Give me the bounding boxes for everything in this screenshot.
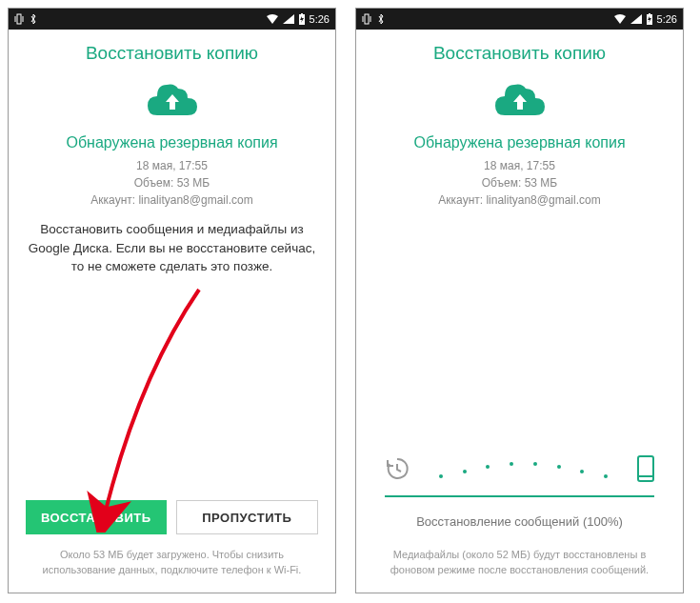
restore-description: Восстановить сообщения и медиафайлы из G… [9,209,335,276]
phone-right: 5:26 Восстановить копию Обнаружена резер… [355,8,684,593]
bluetooth-icon [377,13,385,25]
backup-date: 18 мая, 17:55 [9,157,335,174]
cloud-upload-icon [495,83,545,121]
vibrate-icon [14,13,24,25]
vibrate-icon [362,13,371,25]
history-icon [385,456,410,485]
status-time: 5:26 [310,13,330,25]
backup-size: Объем: 53 МБ [9,174,335,191]
restore-button[interactable]: ВОССТАНОВИТЬ [26,500,167,534]
backup-found-label: Обнаружена резервная копия [9,127,335,157]
backup-date: 18 мая, 17:55 [356,157,683,174]
wifi-icon [266,14,279,24]
backup-account: Аккаунт: linalityan8@gmail.com [356,191,683,209]
backup-size: Объем: 53 МБ [356,174,683,191]
wifi-icon [613,14,627,24]
status-bar: 5:26 [356,9,683,30]
phone-left: 5:26 Восстановить копию Обнаружена резер… [8,8,336,593]
progress-graphic [356,455,683,495]
progress-bar [356,495,683,514]
footer-note: Медиафайлы (около 52 МБ) будут восстанов… [356,548,683,593]
status-bar: 5:26 [9,9,335,30]
svg-rect-5 [365,14,369,24]
status-time: 5:26 [657,13,677,25]
page-title: Восстановить копию [356,30,683,73]
backup-found-label: Обнаружена резервная копия [356,127,683,157]
svg-rect-10 [638,456,653,481]
phone-icon [637,455,654,486]
backup-meta: 18 мая, 17:55 Объем: 53 МБ Аккаунт: lina… [9,157,335,209]
svg-rect-9 [649,13,650,14]
page-title: Восстановить копию [9,30,335,73]
svg-rect-4 [301,13,303,14]
cloud-upload-icon [148,83,197,121]
skip-button[interactable]: ПРОПУСТИТЬ [176,500,319,534]
backup-account: Аккаунт: linalityan8@gmail.com [9,191,335,209]
signal-icon [630,14,642,24]
progress-text: Восстановление сообщений (100%) [356,514,683,548]
battery-icon [646,13,653,25]
svg-rect-0 [17,14,21,24]
footer-note: Около 53 МБ будет загружено. Чтобы снизи… [9,548,335,593]
bluetooth-icon [30,13,37,25]
battery-icon [298,13,306,25]
backup-meta: 18 мая, 17:55 Объем: 53 МБ Аккаунт: lina… [356,157,683,209]
signal-icon [283,14,294,24]
